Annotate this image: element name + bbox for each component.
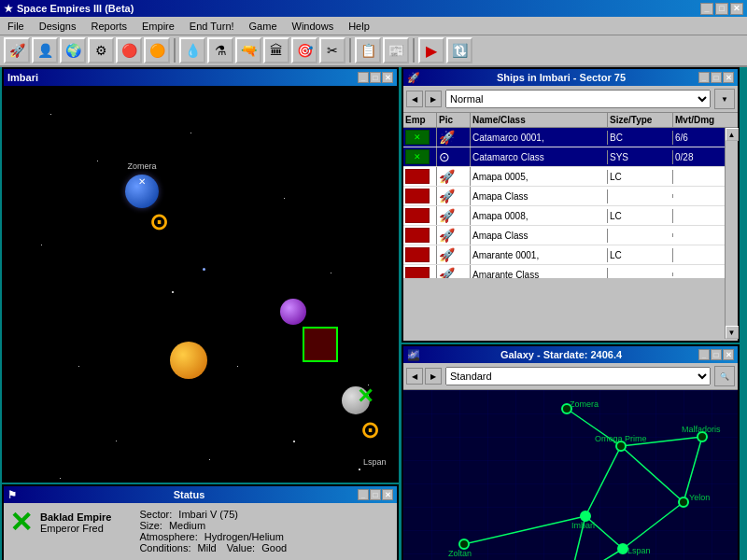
galaxy-node-yelon: [679, 497, 688, 507]
planet-zomera-x: ✕: [138, 176, 146, 187]
ship-size: [608, 194, 673, 198]
ship-pic: 🚀: [437, 128, 471, 147]
empire-flag-red: [405, 189, 430, 203]
ships-view-select[interactable]: Normal Compact Detailed: [445, 90, 711, 108]
galaxy-view-select[interactable]: Standard Political Strategic: [445, 367, 711, 385]
galaxy-maximize[interactable]: □: [711, 349, 722, 360]
galaxy-search[interactable]: 🔍: [714, 366, 735, 386]
planet-zomera[interactable]: Zomera ✕: [125, 175, 159, 208]
ship-mvt: [673, 175, 725, 178]
close-button[interactable]: ✕: [730, 3, 743, 15]
status-content: ✕ Baklad Empire Emperor Fred Sector: Imb…: [4, 503, 397, 560]
galaxy-label-omega: Omega Prime: [595, 434, 647, 443]
star: [209, 459, 210, 460]
planet-sun[interactable]: [170, 342, 207, 379]
selected-sector[interactable]: [303, 327, 338, 362]
status-empire-icon: ✕: [9, 509, 33, 537]
ships-prev[interactable]: ◀: [406, 91, 423, 107]
toolbar-btn-4[interactable]: ⚙: [88, 37, 114, 63]
status-sector-label: Sector:: [139, 509, 172, 520]
toolbar-btn-8[interactable]: ⚗: [207, 37, 233, 63]
toolbar-btn-11[interactable]: 🎯: [291, 37, 317, 63]
ship-row[interactable]: ✕ 🚀 Catamarco 0001, BC 6/6: [403, 128, 725, 147]
imbari-close[interactable]: ✕: [382, 72, 393, 83]
maximize-button[interactable]: □: [715, 3, 728, 15]
menu-windows[interactable]: Windows: [289, 20, 338, 33]
status-conditions-value: Mild: [198, 542, 217, 553]
ship-row[interactable]: 🚀 Amapa 0008, LC: [403, 206, 725, 226]
menu-endturn[interactable]: End Turn!: [186, 20, 238, 33]
status-minimize[interactable]: _: [358, 489, 369, 500]
app-title: Space Empires III (Beta): [17, 3, 134, 14]
status-empire-info: Baklad Empire Emperor Fred: [40, 511, 111, 534]
ship-size: LC: [608, 209, 673, 223]
status-maximize[interactable]: □: [370, 489, 381, 500]
scroll-up[interactable]: ▲: [726, 128, 739, 141]
menu-file[interactable]: File: [4, 20, 28, 33]
toolbar-btn-5[interactable]: 🔴: [116, 37, 142, 63]
ship-icon: 🚀: [439, 189, 455, 203]
ship-row[interactable]: ✕ ⊙ Catamarco Class SYS 0/28: [403, 147, 725, 167]
toolbar-btn-1[interactable]: 🚀: [4, 37, 30, 63]
toolbar-btn-13[interactable]: 📋: [355, 37, 381, 63]
ship-row[interactable]: 🚀 Amapa 0005, LC: [403, 167, 725, 187]
minimize-button[interactable]: _: [700, 3, 713, 15]
toolbar-btn-6[interactable]: 🟠: [144, 37, 170, 63]
toolbar-btn-10[interactable]: 🏛: [263, 37, 289, 63]
imbari-maximize[interactable]: □: [370, 72, 381, 83]
empire-flag-red: [405, 247, 430, 262]
ship-pic: 🚀: [437, 245, 471, 264]
ship-icon: 🚀: [439, 169, 455, 184]
status-sector-value: Imbari V (75): [178, 509, 238, 520]
toolbar-btn-14[interactable]: 📰: [383, 37, 409, 63]
galaxy-map[interactable]: Zoltan Imbari Lspan Prokolan Yelon Malfa…: [403, 390, 738, 560]
col-header-pic: Pic: [437, 113, 471, 127]
ship-row[interactable]: 🚀 Amarante 0001, LC: [403, 245, 725, 265]
empire-flag-red: [405, 169, 430, 184]
star: [116, 441, 117, 441]
ship-emp: [403, 187, 437, 205]
menu-help[interactable]: Help: [345, 20, 374, 33]
ships-minimize[interactable]: _: [698, 72, 710, 83]
toolbar-btn-3[interactable]: 🌍: [60, 37, 86, 63]
imbari-minimize[interactable]: _: [358, 72, 369, 83]
ships-close[interactable]: ✕: [723, 72, 734, 83]
menu-reports[interactable]: Reports: [87, 20, 131, 33]
ships-next[interactable]: ▶: [425, 91, 442, 107]
toolbar-btn-2[interactable]: 👤: [32, 37, 58, 63]
galaxy-title-bar: 🌌 Galaxy - Stardate: 2406.4 _ □ ✕: [403, 346, 738, 363]
status-sector-row: Sector: Imbari V (75): [139, 509, 287, 520]
status-atm-row: Atmosphere: Hydrogen/Helium: [139, 531, 287, 542]
galaxy-close[interactable]: ✕: [723, 349, 734, 360]
galaxy-title-icon: 🌌: [407, 349, 420, 361]
planet-purple[interactable]: [280, 299, 306, 325]
toolbar-btn-12[interactable]: ✂: [319, 37, 345, 63]
ship-name: Amapa 0005,: [471, 170, 608, 184]
toolbar-btn-15[interactable]: ▶: [418, 37, 444, 63]
scroll-down[interactable]: ▼: [726, 326, 739, 339]
toolbar-btn-9[interactable]: 🔫: [235, 37, 261, 63]
ship-row[interactable]: 🚀 Amapa Class: [403, 226, 725, 245]
ship-size: SYS: [608, 150, 673, 164]
toolbar-btn-16[interactable]: 🔃: [446, 37, 472, 63]
status-atmosphere-label: Atmosphere:: [139, 531, 197, 542]
ship-row[interactable]: 🚀 Amarante Class: [403, 265, 725, 278]
status-size-label: Size:: [139, 520, 162, 531]
star: [284, 198, 285, 199]
ships-filter-btn[interactable]: ▼: [714, 89, 735, 109]
galaxy-next[interactable]: ▶: [425, 368, 442, 385]
imbari-map[interactable]: Zomera ✕ ⊙ ✕ Prokolan ✕ ⊙ Lspan: [4, 86, 397, 481]
galaxy-minimize[interactable]: _: [698, 349, 710, 360]
ships-maximize[interactable]: □: [711, 72, 722, 83]
menu-designs[interactable]: Designs: [35, 20, 80, 33]
ship-row[interactable]: 🚀 Amapa Class: [403, 187, 725, 206]
ships-scrollbar[interactable]: ▲ ▼: [725, 128, 738, 339]
status-details: Sector: Imbari V (75) Size: Medium Atmos…: [139, 509, 287, 553]
status-close[interactable]: ✕: [382, 489, 393, 500]
toolbar-btn-7[interactable]: 💧: [179, 37, 205, 63]
menu-empire[interactable]: Empire: [138, 20, 178, 33]
imbari-title-bar: Imbari _ □ ✕: [4, 69, 397, 86]
galaxy-prev[interactable]: ◀: [406, 368, 423, 385]
scrollbar-placeholder: [725, 113, 738, 127]
menu-game[interactable]: Game: [246, 20, 281, 33]
